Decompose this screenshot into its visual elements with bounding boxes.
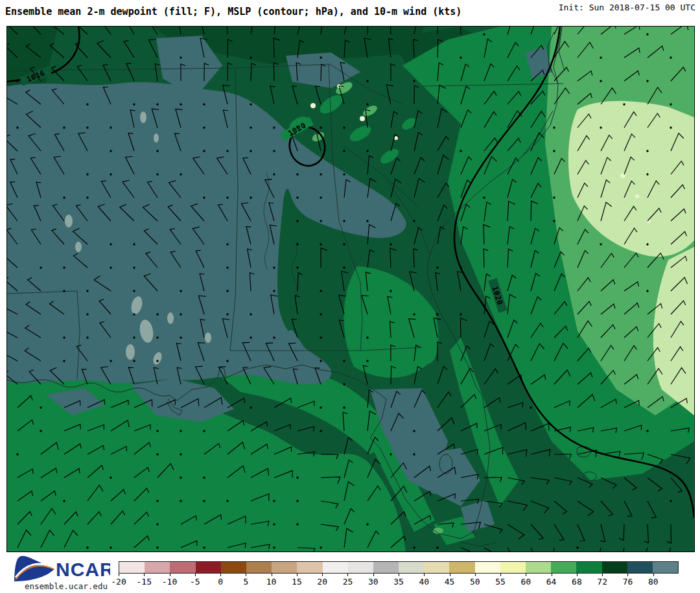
colorbar-tick-label: 80 xyxy=(648,577,659,587)
colorbar-tick-label: -20 xyxy=(111,577,126,587)
colorbar-tick-label: 30 xyxy=(368,577,379,587)
colorbar-tick-label: -5 xyxy=(190,577,200,587)
colorbar-tick-label: 45 xyxy=(445,577,455,587)
ncar-logo-swoosh xyxy=(14,556,54,581)
colorbar-tick-label: 10 xyxy=(266,577,277,587)
colorbar-tick-label: 68 xyxy=(572,577,582,587)
colorbar-tick xyxy=(195,574,196,576)
colorbar-tick xyxy=(475,574,476,576)
ncar-logo: NCAR xyxy=(13,553,110,583)
page-title: Ensemble mean 2-m dewpoint (fill; F), MS… xyxy=(5,6,461,17)
colorbar-tick-label: 15 xyxy=(292,577,302,587)
colorbar-tick-label: 5 xyxy=(243,577,248,587)
colorbar-tick-label: 76 xyxy=(623,577,633,587)
colorbar-tick xyxy=(297,574,298,576)
site-url: ensemble.ucar.edu xyxy=(25,581,108,591)
colorbar-segment xyxy=(551,562,576,573)
colorbar-tick xyxy=(552,574,552,576)
colorbar-segment xyxy=(119,562,145,573)
ncar-logo-text: NCAR xyxy=(56,559,110,580)
weather-map: 1016 1020 1020 xyxy=(7,27,694,552)
colorbar-wrap: -20-15-10-505101520253035404550556064687… xyxy=(119,561,679,591)
colorbar-tick xyxy=(220,574,221,576)
colorbar-segment xyxy=(221,562,246,573)
colorbar-tick xyxy=(424,574,425,576)
colorbar-segment xyxy=(526,562,551,573)
colorbar-segment xyxy=(373,562,399,573)
colorbar-segment xyxy=(627,562,653,573)
colorbar-tick-label: -10 xyxy=(162,577,177,587)
colorbar-segment xyxy=(576,562,601,573)
colorbar-tick-label: 64 xyxy=(546,577,557,587)
colorbar-tick xyxy=(500,574,501,576)
colorbar-tick xyxy=(119,574,119,576)
colorbar-tick-label: 0 xyxy=(218,577,223,587)
colorbar-tick-label: 50 xyxy=(470,577,480,587)
colorbar-segment xyxy=(272,562,297,573)
colorbar-tick xyxy=(653,574,654,576)
colorbar-tick xyxy=(450,574,450,576)
colorbar-tick xyxy=(399,574,399,576)
colorbar-segment xyxy=(297,562,322,573)
colorbar-segment xyxy=(475,562,500,573)
colorbar-segment xyxy=(399,562,424,573)
colorbar-tick xyxy=(144,574,145,576)
colorbar-tick-label: 20 xyxy=(317,577,327,587)
colorbar-segment xyxy=(424,562,449,573)
map-frame: 1016 1020 1020 xyxy=(6,26,695,552)
colorbar-segment xyxy=(500,562,526,573)
colorbar-segment xyxy=(348,562,373,573)
colorbar-tick-label: -15 xyxy=(137,577,152,587)
colorbar-tick xyxy=(526,574,526,576)
colorbar-segment xyxy=(653,562,678,573)
colorbar-segment xyxy=(145,562,170,573)
colorbar-tick xyxy=(577,574,578,576)
init-time: Init: Sun 2018-07-15 00 UTC xyxy=(559,3,695,12)
colorbar-tick-label: 35 xyxy=(393,577,404,587)
colorbar-tick xyxy=(373,574,374,576)
colorbar-tick xyxy=(272,574,272,576)
colorbar-segment xyxy=(196,562,221,573)
colorbar-tick-label: 60 xyxy=(521,577,531,587)
colorbar-segment xyxy=(323,562,348,573)
colorbar-segment xyxy=(602,562,627,573)
colorbar-tick-label: 72 xyxy=(597,577,607,587)
colorbar-tick-label: 40 xyxy=(419,577,429,587)
colorbar-segment xyxy=(246,562,272,573)
colorbar-tick-label: 25 xyxy=(343,577,353,587)
lake-okeechobee xyxy=(439,454,452,474)
colorbar-tick xyxy=(322,574,323,576)
colorbar-tick xyxy=(602,574,603,576)
colorbar-tick xyxy=(627,574,628,576)
forecast-page: Ensemble mean 2-m dewpoint (fill; F), MS… xyxy=(0,0,700,593)
colorbar-tick xyxy=(347,574,348,576)
colorbar xyxy=(119,561,679,574)
colorbar-tick xyxy=(170,574,170,576)
colorbar-tick-label: 55 xyxy=(495,577,506,587)
colorbar-segment xyxy=(170,562,195,573)
colorbar-tick xyxy=(246,574,246,576)
colorbar-segment xyxy=(449,562,474,573)
